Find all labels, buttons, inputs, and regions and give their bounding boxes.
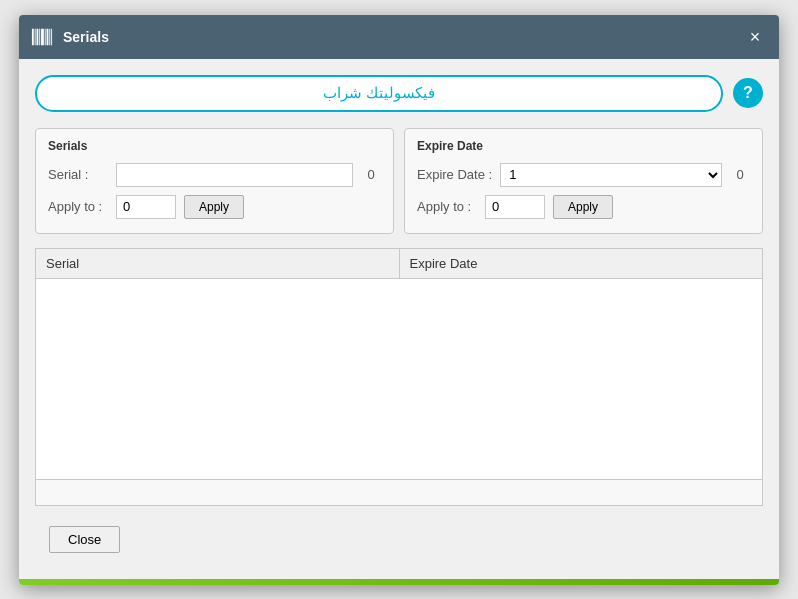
table-col-serial: Serial xyxy=(36,249,400,278)
serials-table: Serial Expire Date xyxy=(35,248,763,506)
barcode-icon xyxy=(31,26,53,48)
svg-rect-2 xyxy=(37,28,39,45)
serial-count: 0 xyxy=(361,167,381,182)
serials-apply-button[interactable]: Apply xyxy=(184,195,244,219)
svg-rect-3 xyxy=(39,28,40,45)
serials-apply-to-input[interactable] xyxy=(116,195,176,219)
serials-panel: Serials Serial : 0 Apply to : Apply xyxy=(35,128,394,234)
expire-apply-to-label: Apply to : xyxy=(417,199,477,214)
expire-apply-to-input[interactable] xyxy=(485,195,545,219)
search-row: ? xyxy=(35,75,763,112)
bottom-bar: Close xyxy=(35,518,763,561)
expire-label: Expire Date : xyxy=(417,167,492,182)
expire-panel: Expire Date Expire Date : 1 0 Apply to :… xyxy=(404,128,763,234)
help-button[interactable]: ? xyxy=(733,78,763,108)
bottom-green-bar xyxy=(19,579,779,585)
close-dialog-button[interactable]: Close xyxy=(49,526,120,553)
serials-panel-title: Serials xyxy=(48,139,381,153)
table-col-expire: Expire Date xyxy=(400,249,763,278)
serial-label: Serial : xyxy=(48,167,108,182)
close-icon-button[interactable]: × xyxy=(743,25,767,49)
table-footer xyxy=(36,479,762,505)
svg-rect-6 xyxy=(47,28,49,45)
serials-apply-to-label: Apply to : xyxy=(48,199,108,214)
expire-apply-button[interactable]: Apply xyxy=(553,195,613,219)
svg-rect-5 xyxy=(45,28,46,45)
titlebar-left: Serials xyxy=(31,26,109,48)
svg-rect-0 xyxy=(32,28,34,45)
titlebar: Serials × xyxy=(19,15,779,59)
table-header: Serial Expire Date xyxy=(36,249,762,279)
expire-row: Expire Date : 1 0 xyxy=(417,163,750,187)
panels-row: Serials Serial : 0 Apply to : Apply Expi… xyxy=(35,128,763,234)
svg-rect-1 xyxy=(35,28,36,45)
expire-select[interactable]: 1 xyxy=(500,163,722,187)
svg-rect-4 xyxy=(41,28,44,45)
svg-rect-7 xyxy=(49,28,50,45)
expire-count: 0 xyxy=(730,167,750,182)
search-input[interactable] xyxy=(35,75,723,112)
serial-input[interactable] xyxy=(116,163,353,187)
svg-rect-8 xyxy=(51,28,52,45)
expire-panel-title: Expire Date xyxy=(417,139,750,153)
dialog-title: Serials xyxy=(63,29,109,45)
table-body[interactable] xyxy=(36,279,762,479)
dialog-content: ? Serials Serial : 0 Apply to : Apply xyxy=(19,59,779,577)
serial-row: Serial : 0 xyxy=(48,163,381,187)
serials-apply-row: Apply to : Apply xyxy=(48,195,381,219)
expire-apply-row: Apply to : Apply xyxy=(417,195,750,219)
serials-dialog: Serials × ? Serials Serial : 0 Apply to … xyxy=(19,15,779,585)
